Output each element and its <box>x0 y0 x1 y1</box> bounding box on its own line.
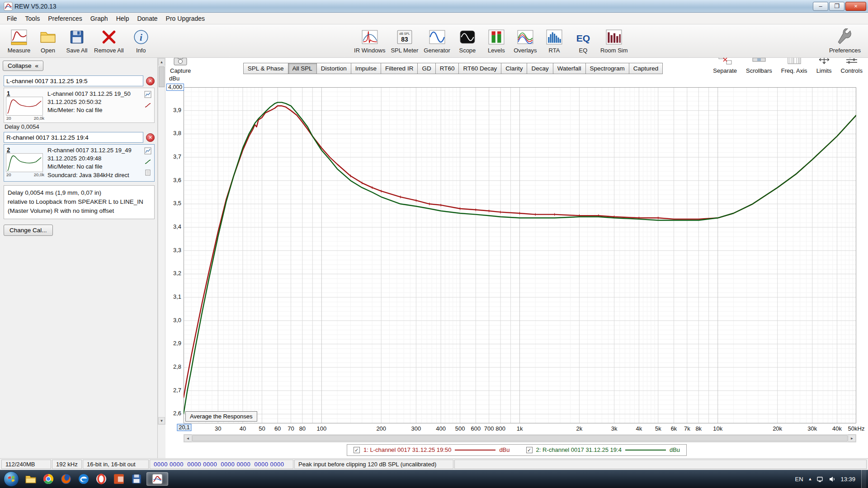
toolbar-overlays-button[interactable]: Overlays <box>511 26 540 56</box>
toolbar-generator-button[interactable]: Generator <box>421 26 453 56</box>
taskbar-save-icon[interactable] <box>129 472 144 486</box>
tab-decay[interactable]: Decay <box>527 63 553 74</box>
toolbar-info-button[interactable]: iInfo <box>127 26 156 56</box>
y-axis-unit-label: dBu <box>169 75 179 82</box>
taskbar-edge-icon[interactable] <box>76 472 91 486</box>
toolbar-preferences-button[interactable]: Preferences <box>826 26 863 56</box>
measurement-2-mic: Mic/Meter: No cal file <box>47 163 141 171</box>
start-button[interactable] <box>4 471 19 487</box>
tab-spectrogram[interactable]: Spectrogram <box>586 63 629 74</box>
measurement-2-name-input[interactable] <box>4 132 143 143</box>
notes-icon[interactable] <box>144 169 151 178</box>
y-axis-top-value[interactable]: 4,000 <box>166 84 184 91</box>
scroll-down-arrow[interactable]: ▼ <box>158 417 165 424</box>
tab-waterfall[interactable]: Waterfall <box>553 63 586 74</box>
toolbar-eq-button[interactable]: EQEQ <box>569 26 598 56</box>
controls-button[interactable]: Controls <box>841 58 863 74</box>
horizontal-scroll-thumb[interactable] <box>192 435 848 441</box>
close-button[interactable]: × <box>845 2 866 11</box>
toolbar-levels-button[interactable]: Levels <box>482 26 511 56</box>
tab-rt60[interactable]: RT60 <box>436 63 459 74</box>
toolbar-label: Measure <box>8 47 31 54</box>
toolbar-room-sim-button[interactable]: Room Sim <box>598 26 631 56</box>
tab-rt60-decay[interactable]: RT60 Decay <box>459 63 501 74</box>
legend-checkbox-1[interactable]: ✓ <box>354 447 360 453</box>
tab-gd[interactable]: GD <box>418 63 435 74</box>
scroll-right-arrow[interactable]: ► <box>848 435 856 442</box>
room-sim-icon <box>605 28 623 46</box>
toolbar-open-button[interactable]: Open <box>33 26 62 56</box>
measurement-2-thumb-block: 2 20 20,0k <box>6 146 45 179</box>
measurement-1-clipped-delay-line: Delay 0,0054 <box>5 123 156 130</box>
separate-button[interactable]: Separate <box>713 58 737 74</box>
measurements-panel: Collapse « ✕ 1 20 20,0k L-channel 0017 3… <box>0 58 158 458</box>
scroll-up-arrow[interactable]: ▲ <box>158 58 165 66</box>
mini-chart-icon[interactable] <box>144 147 151 156</box>
menu-preferences[interactable]: Preferences <box>44 14 86 23</box>
measurement-1-card[interactable]: 1 20 20,0k L-channel 0017 31.12.25 19_50… <box>4 88 155 123</box>
minimize-button[interactable]: – <box>813 2 828 11</box>
measurement-2-delete-button[interactable]: ✕ <box>146 133 155 142</box>
scrollbars-button[interactable]: Scrollbars <box>746 58 772 74</box>
measurement-1-name-input[interactable] <box>4 75 143 86</box>
x-axis-start-value[interactable]: 20,1 <box>177 424 191 431</box>
toolbar-label: Save All <box>66 47 88 54</box>
change-cal-button[interactable]: Change Cal... <box>4 225 53 236</box>
rew-app-icon <box>4 2 13 11</box>
taskbar-chrome-icon[interactable] <box>41 472 56 486</box>
mini-chart-icon[interactable] <box>144 91 151 99</box>
freq-axis-button[interactable]: Freq. Axis <box>781 58 807 74</box>
toolbar-save-all-button[interactable]: Save All <box>62 26 91 56</box>
tab-impulse[interactable]: Impulse <box>351 63 381 74</box>
tray-expand-arrow[interactable]: ▲ <box>808 477 812 481</box>
taskbar-firefox-icon[interactable] <box>58 472 74 486</box>
measurement-1-thumb-block: 1 20 20,0k <box>6 90 45 121</box>
speaker-icon[interactable] <box>829 476 835 483</box>
menu-donate[interactable]: Donate <box>133 14 161 23</box>
tab-all-spl[interactable]: All SPL <box>288 63 317 74</box>
trace-color-icon[interactable] <box>144 102 151 110</box>
toolbar-label: Info <box>136 47 146 54</box>
legend-unit-2: dBu <box>670 446 680 453</box>
delay-info-line-2: relative to Loopback from SPEAKER L to L… <box>8 197 151 206</box>
average-responses-button[interactable]: Average the Responses <box>185 411 257 422</box>
legend-line-sample-2 <box>625 450 666 450</box>
toolbar-rta-button[interactable]: RTA <box>540 26 569 56</box>
taskbar-rew-window-button[interactable] <box>146 472 168 486</box>
capture-button[interactable]: Capture <box>170 58 191 74</box>
vertical-scroll-thumb[interactable] <box>159 66 165 87</box>
tab-clarity[interactable]: Clarity <box>501 63 527 74</box>
toolbar-spl-meter-button[interactable]: dB SPL83SPL Meter <box>388 26 421 56</box>
measurement-2-card[interactable]: 2 20 20,0k R-channel 0017 31.12.25 19_49… <box>4 144 155 182</box>
graph-horizontal-scrollbar[interactable]: ◄ ► <box>184 434 856 442</box>
measurement-1-delete-button[interactable]: ✕ <box>146 77 155 85</box>
language-indicator[interactable]: EN <box>795 476 803 483</box>
taskbar-opera-icon[interactable] <box>94 472 109 486</box>
limits-button[interactable]: Limits <box>816 58 832 74</box>
menu-file[interactable]: File <box>3 14 21 23</box>
tab-spl-phase[interactable]: SPL & Phase <box>243 63 288 74</box>
tab-distortion[interactable]: Distortion <box>317 63 351 74</box>
clock[interactable]: 13:39 <box>840 476 855 483</box>
plot-area[interactable]: Average the Responses <box>184 87 856 423</box>
menu-graph[interactable]: Graph <box>86 14 112 23</box>
maximize-button[interactable]: ❐ <box>829 2 844 11</box>
scroll-left-arrow[interactable]: ◄ <box>184 435 192 442</box>
taskbar-powerpoint-icon[interactable] <box>111 472 127 486</box>
toolbar-ir-windows-button[interactable]: IR Windows <box>351 26 388 56</box>
toolbar-measure-button[interactable]: Measure <box>5 26 33 56</box>
toolbar-remove-all-button[interactable]: Remove All <box>91 26 127 56</box>
menu-pro-upgrades[interactable]: Pro Upgrades <box>162 14 209 23</box>
network-icon[interactable] <box>817 476 824 483</box>
tab-captured[interactable]: Captured <box>629 63 663 74</box>
show-desktop-button[interactable] <box>861 470 866 488</box>
collapse-button[interactable]: Collapse « <box>3 61 43 71</box>
menu-tools[interactable]: Tools <box>21 14 44 23</box>
tab-filtered-ir[interactable]: Filtered IR <box>381 63 418 74</box>
legend-checkbox-2[interactable]: ✓ <box>526 447 533 453</box>
trace-color-icon[interactable] <box>144 158 151 167</box>
taskbar-folder-icon[interactable] <box>23 472 38 486</box>
graph-vertical-scrollbar[interactable]: ▲ ▼ <box>158 58 165 425</box>
toolbar-scope-button[interactable]: Scope <box>453 26 482 56</box>
menu-help[interactable]: Help <box>112 14 133 23</box>
